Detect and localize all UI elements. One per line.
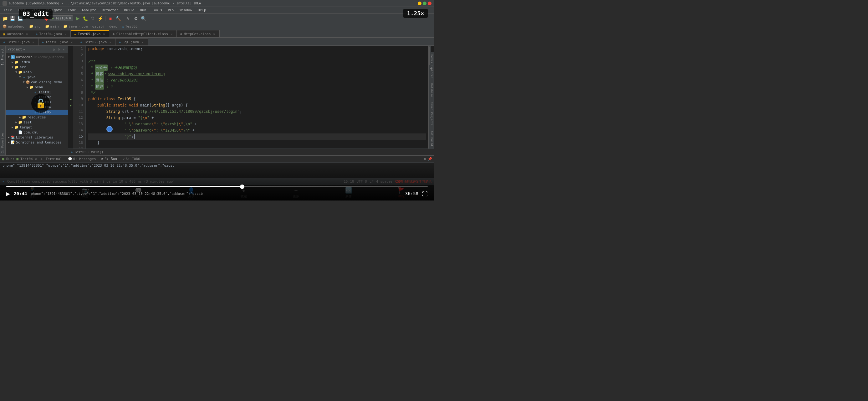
run-tab-run[interactable]: ▶ 4: Run bbox=[100, 156, 119, 163]
video-control-row: ▶ 20:44 phone":"13914483801","utype":"1"… bbox=[6, 190, 428, 197]
scrollbar-thumb[interactable] bbox=[429, 46, 430, 65]
tab-httpget-close[interactable]: ✕ bbox=[213, 32, 216, 36]
menu-code[interactable]: Code bbox=[65, 7, 79, 13]
tree-bean[interactable]: ▶ 📁 bean bbox=[6, 85, 68, 90]
menu-vcs[interactable]: VCS bbox=[165, 7, 177, 13]
editor-breadcrumb-method[interactable]: main() bbox=[91, 150, 103, 154]
stripe-database[interactable]: Database bbox=[429, 81, 434, 99]
menu-help[interactable]: Help bbox=[195, 7, 209, 13]
tab-test02-close[interactable]: ✕ bbox=[108, 40, 112, 44]
run-config-dropdown-icon[interactable]: ▼ bbox=[69, 16, 71, 20]
menu-refactor[interactable]: Refactor bbox=[99, 7, 121, 13]
breadcrumb-test05[interactable]: ☕ Test05 bbox=[122, 24, 137, 29]
tab-httpget[interactable]: ◈ HttpGet.class ✕ bbox=[177, 30, 219, 37]
tab-test05[interactable]: ✦ Test05.java ✕ bbox=[71, 30, 109, 37]
tree-test[interactable]: ▶ 📁 test bbox=[6, 120, 68, 125]
save-btn[interactable]: 💾 bbox=[9, 16, 16, 22]
build-btn[interactable]: 🔨 bbox=[115, 16, 121, 22]
tree-java[interactable]: ▼ ☕ java bbox=[6, 75, 68, 80]
menu-run[interactable]: Run bbox=[137, 7, 149, 13]
code-content[interactable]: package com.qzcsbj.demo; /** * 公众号 : 全栈测… bbox=[86, 46, 428, 148]
panel-close-btn[interactable]: ✕ bbox=[62, 47, 66, 52]
close-btn[interactable] bbox=[428, 2, 432, 5]
breadcrumb-demo[interactable]: demo bbox=[109, 24, 118, 29]
tree-autodemo[interactable]: ▼ A autodemo D:\demo\autodemo bbox=[6, 55, 68, 59]
vertical-scrollbar[interactable] bbox=[428, 46, 431, 52]
minimize-btn[interactable] bbox=[418, 2, 422, 5]
tab-test02[interactable]: ☕ Test02.java ✕ bbox=[77, 38, 116, 46]
menu-analyze[interactable]: Analyze bbox=[79, 7, 99, 13]
settings-btn[interactable]: ⚙ bbox=[133, 16, 139, 22]
tab-test04-close[interactable]: ✕ bbox=[64, 32, 67, 36]
open-project-btn[interactable]: 📁 bbox=[2, 16, 8, 22]
breadcrumb-main[interactable]: 📁 main bbox=[45, 24, 59, 29]
stripe-maven[interactable]: Maven Projects bbox=[429, 99, 434, 128]
stripe-project[interactable]: 1: Project bbox=[0, 46, 5, 68]
tab-test04[interactable]: ☕ Test04.java ✕ bbox=[32, 30, 71, 37]
play-button[interactable]: ▶ bbox=[6, 190, 10, 197]
tab-test03[interactable]: ☕ Test03.java ✕ bbox=[0, 38, 38, 46]
panel-locate-btn[interactable]: ◎ bbox=[52, 47, 56, 52]
tab-test05-close[interactable]: ✕ bbox=[102, 32, 106, 36]
terminal-label: Terminal bbox=[46, 157, 62, 161]
menu-file[interactable]: File bbox=[1, 7, 15, 13]
breadcrumb-autodemo[interactable]: 📦 autodemo bbox=[2, 24, 24, 29]
progress-thumb[interactable] bbox=[240, 184, 244, 189]
progress-bar-container[interactable] bbox=[6, 186, 428, 187]
stripe-favorites[interactable]: 2: Favorites bbox=[0, 130, 5, 155]
tree-idea[interactable]: ▶ 📁 .idea bbox=[6, 59, 68, 64]
menu-tools[interactable]: Tools bbox=[149, 7, 164, 13]
run-tab-todo[interactable]: ✓ 6: TODO bbox=[121, 156, 142, 163]
profile-btn[interactable]: ⚡ bbox=[97, 16, 103, 22]
run-pin-icon[interactable]: 📌 bbox=[428, 157, 432, 161]
tree-src[interactable]: ▼ 📁 src bbox=[6, 64, 68, 69]
panel-settings-btn[interactable]: ⚙ bbox=[57, 47, 61, 52]
coverage-btn[interactable]: 🛡 bbox=[90, 16, 96, 22]
tree-pom[interactable]: 📄 pom.xml bbox=[6, 130, 68, 135]
fullscreen-button[interactable]: ⛶ bbox=[422, 191, 428, 197]
run-config-selector[interactable]: ▶ Test04 ▼ bbox=[50, 16, 73, 21]
gutter-9[interactable]: ▶ bbox=[68, 96, 73, 102]
tree-package-label: com.qzcsbj.demo bbox=[31, 80, 62, 84]
menu-window[interactable]: Window bbox=[177, 7, 195, 13]
run-tab-terminal[interactable]: >_ Terminal bbox=[39, 156, 64, 163]
git-btn[interactable]: ⑂ bbox=[125, 16, 131, 22]
stop-btn[interactable]: ■ bbox=[107, 16, 114, 22]
code-scroll[interactable]: ▶ ▶ 1 2 3 4 5 bbox=[68, 46, 434, 148]
tab-sql-close[interactable]: ✕ bbox=[141, 40, 145, 44]
debug-btn[interactable]: 🐛 bbox=[82, 16, 88, 22]
run-btn[interactable]: ▶ bbox=[74, 16, 81, 22]
search-everywhere-btn[interactable]: 🔍 bbox=[140, 16, 147, 22]
tab-test01-close[interactable]: ✕ bbox=[70, 40, 73, 44]
breadcrumb-com[interactable]: com bbox=[81, 24, 88, 29]
gutter-10[interactable]: ▶ bbox=[68, 102, 73, 108]
project-dropdown-icon[interactable]: ▼ bbox=[23, 48, 25, 51]
tree-external-libs[interactable]: ▶ 📚 External Libraries bbox=[6, 135, 68, 140]
stripe-ant[interactable]: Ant Build bbox=[429, 128, 434, 148]
tab-autodemo[interactable]: ▣ autodemo ✕ bbox=[0, 30, 32, 37]
code-line-9: public class Test05 { bbox=[88, 96, 426, 102]
tree-resources[interactable]: ▶ 📁 resources bbox=[6, 115, 68, 120]
tree-package[interactable]: ▼ 📦 com.qzcsbj.demo bbox=[6, 80, 68, 85]
code-line-10: public static void main( String [] args)… bbox=[88, 102, 426, 108]
tree-main[interactable]: ▼ 📁 main bbox=[6, 69, 68, 75]
tab-closeablehttpclient[interactable]: ◈ CloseableHttpClient.class ✕ bbox=[109, 30, 177, 37]
code-url[interactable]: www.cnblogs.com/unclerong bbox=[108, 71, 165, 77]
run-close-btn[interactable]: ✕ bbox=[35, 157, 37, 161]
tree-scratches[interactable]: ▶ 📝 Scratches and Consoles bbox=[6, 140, 68, 145]
editor-breadcrumb-class[interactable]: Test05 bbox=[74, 150, 87, 154]
breadcrumb-src[interactable]: 📁 src bbox=[29, 24, 41, 29]
breadcrumb-qzcsbj[interactable]: qzcsbj bbox=[92, 24, 105, 29]
tab-sql[interactable]: ☕ Sql.java ✕ bbox=[116, 38, 148, 46]
tab-test03-close[interactable]: ✕ bbox=[31, 40, 35, 44]
tab-autodemo-close[interactable]: ✕ bbox=[25, 32, 29, 36]
tab-test01[interactable]: ☕ Test01.java ✕ bbox=[38, 38, 77, 46]
run-settings-icon[interactable]: ⚙ bbox=[424, 157, 426, 161]
menu-build[interactable]: Build bbox=[121, 7, 137, 13]
gutter-16 bbox=[68, 140, 73, 146]
breadcrumb-java[interactable]: 📁 java bbox=[63, 24, 77, 29]
tab-closeablehttpclient-close[interactable]: ✕ bbox=[169, 32, 173, 36]
tree-target[interactable]: ▶ 📁 target bbox=[6, 125, 68, 130]
maximize-btn[interactable] bbox=[423, 2, 427, 5]
run-tab-messages[interactable]: 💬 0: Messages bbox=[66, 156, 98, 163]
